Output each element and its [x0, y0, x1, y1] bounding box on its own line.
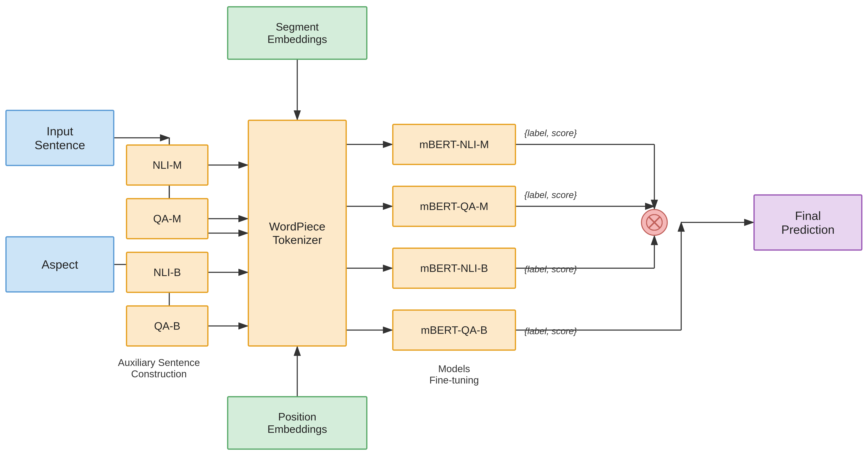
wordpiece-label: WordPiece Tokenizer	[269, 220, 326, 246]
score-label-1: {label, score}	[524, 128, 577, 138]
final-prediction-box: Final Prediction	[753, 194, 862, 251]
mbert-nli-b-label: mBERT-NLI-B	[420, 262, 488, 274]
nli-b-box: NLI-B	[126, 252, 209, 293]
input-sentence-box: Input Sentence	[5, 110, 114, 166]
nli-m-label: NLI-M	[153, 159, 182, 171]
mbert-qa-m-label: mBERT-QA-M	[420, 200, 488, 212]
nli-b-label: NLI-B	[154, 266, 181, 278]
aspect-box: Aspect	[5, 236, 114, 293]
mbert-qa-b-label: mBERT-QA-B	[421, 324, 488, 336]
aspect-label: Aspect	[41, 258, 78, 271]
qa-m-label: QA-M	[153, 212, 181, 225]
segment-embeddings-label: Segment Embeddings	[267, 21, 327, 45]
input-sentence-label: Input Sentence	[34, 124, 85, 152]
qa-b-box: QA-B	[126, 305, 209, 346]
mbert-nli-b-box: mBERT-NLI-B	[392, 247, 516, 289]
qa-b-label: QA-B	[154, 320, 180, 332]
mbert-qa-m-box: mBERT-QA-M	[392, 186, 516, 227]
score-label-4: {label, score}	[524, 326, 577, 336]
position-embeddings-label: Position Embeddings	[267, 410, 327, 435]
wordpiece-tokenizer-box: WordPiece Tokenizer	[248, 120, 347, 346]
diagram-container: Input Sentence Aspect NLI-M QA-M NLI-B Q…	[0, 0, 868, 465]
score-label-3: {label, score}	[524, 264, 577, 274]
nli-m-box: NLI-M	[126, 144, 209, 186]
aggregator-circle	[641, 209, 668, 236]
final-prediction-label: Final Prediction	[781, 209, 835, 236]
aux-construction-label: Auxiliary Sentence Construction	[101, 357, 217, 379]
models-finetuning-label: Models Fine-tuning	[392, 363, 516, 386]
mbert-qa-b-box: mBERT-QA-B	[392, 309, 516, 351]
mbert-nli-m-box: mBERT-NLI-M	[392, 124, 516, 165]
position-embeddings-box: Position Embeddings	[227, 396, 367, 450]
qa-m-box: QA-M	[126, 198, 209, 239]
mbert-nli-m-label: mBERT-NLI-M	[419, 138, 489, 151]
score-label-2: {label, score}	[524, 190, 577, 200]
segment-embeddings-box: Segment Embeddings	[227, 6, 367, 60]
